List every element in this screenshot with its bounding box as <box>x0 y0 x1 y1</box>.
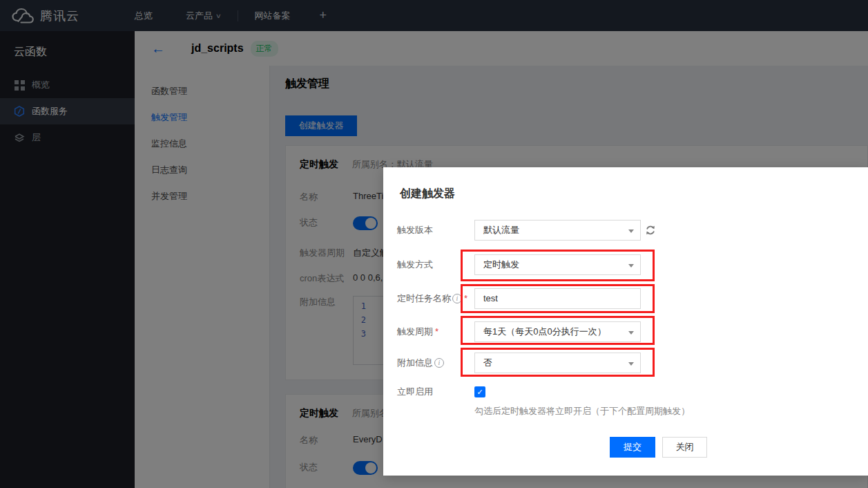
close-button[interactable]: 关闭 <box>662 437 707 458</box>
extra-info-select-value: 否 <box>483 357 492 368</box>
extra-info-label: 附加信息i <box>397 353 444 373</box>
task-name-input-value: test <box>483 293 498 303</box>
extra-info-select[interactable]: 否 <box>474 353 641 373</box>
trigger-type-select[interactable]: 定时触发 <box>474 254 641 275</box>
create-trigger-dialog: 创建触发器 触发版本 默认流量 触发方式 定时触发 定时任务名称i* <box>383 167 868 476</box>
submit-button[interactable]: 提交 <box>610 437 655 458</box>
tencent-cloud-console: 腾讯云 总览 云产品 ∨ 网站备案 + 云函数 概览 <box>0 0 868 488</box>
period-select[interactable]: 每1天（每天0点0分执行一次） <box>474 321 641 342</box>
task-name-label: 定时任务名称i* <box>397 288 467 309</box>
required-asterisk: * <box>464 293 467 303</box>
version-label: 触发版本 <box>397 220 433 241</box>
chevron-down-icon <box>628 264 634 268</box>
chevron-down-icon <box>628 229 634 233</box>
required-asterisk: * <box>435 326 438 337</box>
info-icon[interactable]: i <box>452 294 462 303</box>
chevron-down-icon <box>628 331 634 335</box>
enable-now-checkbox[interactable]: ✓ <box>474 386 485 397</box>
chevron-down-icon <box>628 362 634 366</box>
period-select-value: 每1天（每天0点0分执行一次） <box>483 326 606 337</box>
task-name-input[interactable]: test <box>474 288 641 309</box>
trigger-type-label: 触发方式 <box>397 254 433 275</box>
version-select-value: 默认流量 <box>483 225 519 235</box>
enable-now-hint: 勾选后定时触发器将立即开启（于下个配置周期触发） <box>474 405 690 417</box>
trigger-type-select-value: 定时触发 <box>483 259 519 270</box>
dialog-title: 创建触发器 <box>400 187 455 201</box>
period-label: 触发周期* <box>397 321 438 342</box>
info-icon[interactable]: i <box>434 358 444 368</box>
enable-now-label: 立即启用 <box>397 382 433 402</box>
version-select[interactable]: 默认流量 <box>474 220 641 241</box>
refresh-icon[interactable] <box>644 224 657 236</box>
